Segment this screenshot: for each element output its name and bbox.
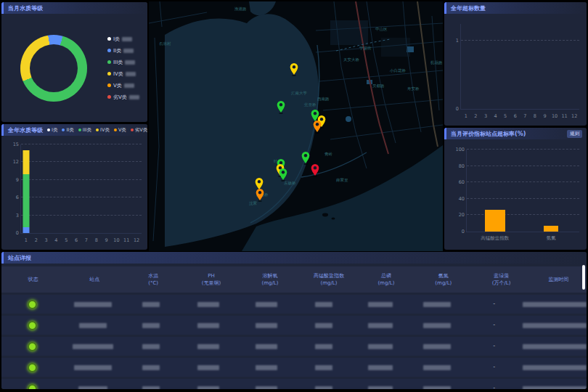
legend-label: V类 <box>118 127 126 134</box>
y-tick-label: 12 <box>6 159 19 165</box>
legend-item[interactable]: I类 <box>47 127 57 134</box>
redacted-value <box>126 72 136 76</box>
rules-button[interactable]: 规则 <box>567 130 582 138</box>
legend-item[interactable]: I类 <box>107 36 139 43</box>
redacted-value <box>142 365 160 370</box>
map-place-label: 北亚桥 <box>303 102 317 107</box>
station-cell <box>64 365 123 370</box>
legend-dot <box>62 128 65 131</box>
algae-cell: - <box>465 384 523 389</box>
legend-item[interactable]: III类 <box>78 127 91 134</box>
map[interactable]: 石庙村渔港路中山区宁波街天安大桥小白花桥机场路昊都路寿安桥西南路汇南大学北亚桥青… <box>149 1 443 251</box>
table-row[interactable]: - <box>1 316 587 335</box>
status-cell <box>1 363 64 372</box>
redacted-value <box>142 344 160 349</box>
legend-dot <box>78 128 81 131</box>
gridline <box>467 181 579 182</box>
redacted-value <box>423 323 451 328</box>
y-tick-label: 40 <box>452 196 465 202</box>
x-tick-label: 氨氮 <box>547 235 556 242</box>
x-tick-label: 3 <box>484 113 487 119</box>
legend-item[interactable]: 劣V类 <box>107 94 139 101</box>
table-body: ----- <box>1 295 587 389</box>
x-tick-label: 12 <box>571 113 577 119</box>
station-cell <box>64 386 123 390</box>
map-place-label: 青岭 <box>324 152 333 156</box>
x-tick-label: 10 <box>552 113 558 119</box>
redacted-value <box>423 365 451 370</box>
redacted-value <box>142 386 160 390</box>
redacted-station-name <box>74 365 112 370</box>
panel-title-text: 当月评价指标站点超标率(%) <box>451 130 526 138</box>
value-cell <box>123 302 180 307</box>
column-header-6: 总磷(mg/L) <box>358 272 415 287</box>
map-place-label: 沈家 <box>249 201 258 206</box>
value-cell <box>523 386 587 390</box>
legend-label: II类 <box>113 47 121 54</box>
redacted-value <box>315 323 332 328</box>
map-island <box>322 213 328 217</box>
redacted-value <box>315 344 332 349</box>
redacted-value <box>122 37 132 41</box>
gridline <box>21 144 142 144</box>
legend-item[interactable]: V类 <box>114 127 126 134</box>
value-cell <box>123 344 180 349</box>
table-row[interactable]: - <box>1 337 587 356</box>
map-place-label: 汇南大学 <box>291 91 308 96</box>
donut-legend: I类II类III类IV类V类劣V类 <box>107 31 139 105</box>
redacted-value <box>523 344 587 349</box>
y-tick-label: 0 <box>452 229 465 234</box>
redacted-value <box>423 386 451 390</box>
panel-title-text: 全年超标数量 <box>451 4 486 12</box>
x-tick-label: 9 <box>543 113 546 119</box>
legend-label: III类 <box>113 59 123 66</box>
value-cell <box>353 323 409 328</box>
legend-dot <box>107 49 111 52</box>
legend-dot <box>114 128 117 131</box>
value-cell <box>237 302 295 307</box>
table-row[interactable]: - <box>1 358 587 377</box>
gridline <box>21 197 142 197</box>
algae-cell: - <box>465 363 523 372</box>
status-cell <box>1 342 64 351</box>
value-cell <box>409 302 466 307</box>
legend-item[interactable]: II类 <box>107 47 139 54</box>
legend-label: IV类 <box>113 70 123 78</box>
legend-item[interactable]: V类 <box>107 82 139 89</box>
value-cell <box>409 386 466 390</box>
table-row[interactable]: - <box>1 295 587 314</box>
y-tick-label: 1 <box>446 38 459 44</box>
redacted-value <box>256 323 277 328</box>
value-cell <box>409 323 466 328</box>
column-header-4: 溶解氧(mg/L) <box>240 272 300 287</box>
value-cell <box>123 365 180 370</box>
table-scrollbar[interactable] <box>582 265 585 290</box>
bar-高锰酸盐指数 <box>485 210 505 232</box>
stacked-bar-segment <box>23 227 29 233</box>
map-island <box>332 218 335 220</box>
map-place-label: 左杨桥 <box>284 181 296 186</box>
legend-item[interactable]: 劣V类 <box>131 127 147 134</box>
legend-item[interactable]: II类 <box>62 127 73 134</box>
map-place-label: 宁波街 <box>359 46 372 51</box>
legend-item[interactable]: IV类 <box>96 127 110 134</box>
status-dot <box>28 342 37 351</box>
redacted-value <box>423 302 451 307</box>
legend-label: III类 <box>83 127 91 134</box>
stacked-bar-segment <box>23 174 29 227</box>
legend-item[interactable]: IV类 <box>107 70 139 78</box>
legend-dot <box>107 60 111 64</box>
panel-title-text: 站点详报 <box>8 254 31 262</box>
redacted-value <box>523 386 587 390</box>
y-tick-label: 3 <box>6 213 19 219</box>
stacked-bar-segment <box>23 150 29 174</box>
x-tick-label: 5 <box>65 237 68 243</box>
status-dot <box>28 363 37 372</box>
legend-dot <box>131 128 134 131</box>
table-row[interactable]: - <box>1 379 587 389</box>
station-cell <box>64 302 123 307</box>
value-cell <box>295 365 353 370</box>
legend-item[interactable]: III类 <box>107 59 139 66</box>
redacted-value <box>123 49 134 53</box>
panel-monthly-rate: 当月评价指标站点超标率(%) 规则 020406080100高锰酸盐指数氨氮 <box>444 128 587 250</box>
